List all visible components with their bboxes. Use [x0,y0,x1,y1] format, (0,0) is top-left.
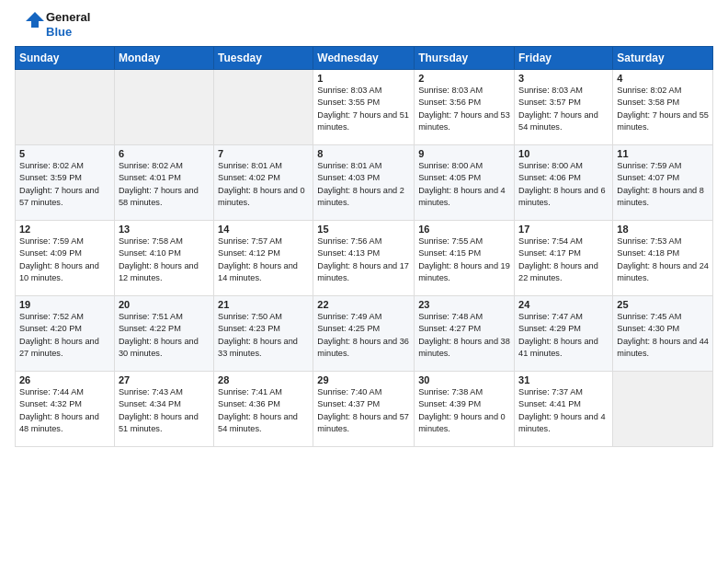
day-info: Sunrise: 7:53 AM Sunset: 4:18 PM Dayligh… [617,236,709,284]
day-number: 5 [19,148,110,159]
header-sunday: Sunday [16,47,115,70]
day-info: Sunrise: 8:03 AM Sunset: 3:56 PM Dayligh… [418,85,510,133]
svg-rect-0 [15,9,46,40]
day-number: 1 [317,73,410,84]
week-row-4: 19Sunrise: 7:52 AM Sunset: 4:20 PM Dayli… [16,296,713,372]
cell-w4-d6: 24Sunrise: 7:47 AM Sunset: 4:29 PM Dayli… [515,296,613,372]
day-number: 15 [317,224,410,235]
header-wednesday: Wednesday [313,47,415,70]
day-info: Sunrise: 7:55 AM Sunset: 4:15 PM Dayligh… [418,236,510,284]
week-row-1: 1Sunrise: 8:03 AM Sunset: 3:55 PM Daylig… [16,70,713,145]
day-info: Sunrise: 7:45 AM Sunset: 4:30 PM Dayligh… [617,311,709,360]
day-number: 22 [317,299,410,310]
cell-w3-d6: 17Sunrise: 7:54 AM Sunset: 4:17 PM Dayli… [515,221,613,296]
cell-w1-d5: 2Sunrise: 8:03 AM Sunset: 3:56 PM Daylig… [415,70,515,145]
cell-w4-d4: 22Sunrise: 7:49 AM Sunset: 4:25 PM Dayli… [313,296,415,372]
day-number: 4 [617,73,709,84]
day-number: 12 [19,224,110,235]
day-number: 2 [418,73,510,84]
day-info: Sunrise: 8:02 AM Sunset: 3:59 PM Dayligh… [19,160,110,209]
cell-w4-d5: 23Sunrise: 7:48 AM Sunset: 4:27 PM Dayli… [415,296,515,372]
day-number: 14 [218,224,309,235]
day-info: Sunrise: 8:02 AM Sunset: 4:01 PM Dayligh… [119,160,210,209]
day-info: Sunrise: 8:02 AM Sunset: 3:58 PM Dayligh… [617,85,709,133]
day-number: 27 [119,374,210,385]
header-saturday: Saturday [613,47,713,70]
day-number: 11 [617,148,709,159]
day-number: 8 [317,148,410,159]
day-info: Sunrise: 7:56 AM Sunset: 4:13 PM Dayligh… [317,236,410,284]
cell-w2-d2: 6Sunrise: 8:02 AM Sunset: 4:01 PM Daylig… [114,145,213,221]
day-number: 20 [119,299,210,310]
day-number: 25 [617,299,709,310]
cell-w1-d3 [214,70,313,145]
day-number: 24 [518,299,609,310]
cell-w2-d4: 8Sunrise: 8:01 AM Sunset: 4:03 PM Daylig… [313,145,415,221]
header-friday: Friday [515,47,613,70]
day-info: Sunrise: 8:03 AM Sunset: 3:57 PM Dayligh… [518,85,609,133]
page: General Blue SundayMondayTuesdayWednesda… [0,0,728,563]
cell-w1-d1 [16,70,115,145]
cell-w3-d4: 15Sunrise: 7:56 AM Sunset: 4:13 PM Dayli… [313,221,415,296]
calendar-header-row: SundayMondayTuesdayWednesdayThursdayFrid… [16,47,713,70]
cell-w5-d1: 26Sunrise: 7:44 AM Sunset: 4:32 PM Dayli… [16,372,115,447]
cell-w1-d4: 1Sunrise: 8:03 AM Sunset: 3:55 PM Daylig… [313,70,415,145]
week-row-5: 26Sunrise: 7:44 AM Sunset: 4:32 PM Dayli… [16,372,713,447]
day-info: Sunrise: 7:47 AM Sunset: 4:29 PM Dayligh… [518,311,609,360]
logo: General Blue [15,9,90,40]
cell-w1-d7: 4Sunrise: 8:02 AM Sunset: 3:58 PM Daylig… [613,70,713,145]
cell-w2-d5: 9Sunrise: 8:00 AM Sunset: 4:05 PM Daylig… [415,145,515,221]
day-number: 28 [218,374,309,385]
cell-w5-d2: 27Sunrise: 7:43 AM Sunset: 4:34 PM Dayli… [114,372,213,447]
day-info: Sunrise: 7:37 AM Sunset: 4:41 PM Dayligh… [518,386,609,435]
day-number: 17 [518,224,609,235]
cell-w5-d3: 28Sunrise: 7:41 AM Sunset: 4:36 PM Dayli… [214,372,313,447]
day-info: Sunrise: 7:54 AM Sunset: 4:17 PM Dayligh… [518,236,609,284]
day-info: Sunrise: 7:58 AM Sunset: 4:10 PM Dayligh… [119,236,210,284]
header-thursday: Thursday [415,47,515,70]
cell-w5-d5: 30Sunrise: 7:38 AM Sunset: 4:39 PM Dayli… [415,372,515,447]
day-number: 7 [218,148,309,159]
day-info: Sunrise: 7:43 AM Sunset: 4:34 PM Dayligh… [119,386,210,435]
day-number: 9 [418,148,510,159]
cell-w5-d4: 29Sunrise: 7:40 AM Sunset: 4:37 PM Dayli… [313,372,415,447]
day-info: Sunrise: 7:44 AM Sunset: 4:32 PM Dayligh… [19,386,110,435]
day-number: 13 [119,224,210,235]
cell-w3-d7: 18Sunrise: 7:53 AM Sunset: 4:18 PM Dayli… [613,221,713,296]
day-info: Sunrise: 7:49 AM Sunset: 4:25 PM Dayligh… [317,311,410,360]
day-info: Sunrise: 7:40 AM Sunset: 4:37 PM Dayligh… [317,386,410,435]
day-number: 21 [218,299,309,310]
day-number: 29 [317,374,410,385]
cell-w4-d2: 20Sunrise: 7:51 AM Sunset: 4:22 PM Dayli… [114,296,213,372]
cell-w4-d3: 21Sunrise: 7:50 AM Sunset: 4:23 PM Dayli… [214,296,313,372]
week-row-3: 12Sunrise: 7:59 AM Sunset: 4:09 PM Dayli… [16,221,713,296]
day-info: Sunrise: 8:03 AM Sunset: 3:55 PM Dayligh… [317,85,410,133]
day-info: Sunrise: 7:50 AM Sunset: 4:23 PM Dayligh… [218,311,309,360]
day-info: Sunrise: 7:57 AM Sunset: 4:12 PM Dayligh… [218,236,309,284]
day-info: Sunrise: 7:38 AM Sunset: 4:39 PM Dayligh… [418,386,510,435]
day-info: Sunrise: 7:52 AM Sunset: 4:20 PM Dayligh… [19,311,110,360]
cell-w1-d6: 3Sunrise: 8:03 AM Sunset: 3:57 PM Daylig… [515,70,613,145]
header-monday: Monday [114,47,213,70]
day-number: 10 [518,148,609,159]
day-number: 3 [518,73,609,84]
cell-w1-d2 [114,70,213,145]
day-number: 31 [518,374,609,385]
logo-blue: Blue [46,25,72,39]
day-number: 18 [617,224,709,235]
cell-w3-d1: 12Sunrise: 7:59 AM Sunset: 4:09 PM Dayli… [16,221,115,296]
day-info: Sunrise: 8:00 AM Sunset: 4:06 PM Dayligh… [518,160,609,209]
day-number: 23 [418,299,510,310]
cell-w2-d6: 10Sunrise: 8:00 AM Sunset: 4:06 PM Dayli… [515,145,613,221]
day-info: Sunrise: 8:01 AM Sunset: 4:02 PM Dayligh… [218,160,309,209]
day-info: Sunrise: 7:59 AM Sunset: 4:09 PM Dayligh… [19,236,110,284]
day-info: Sunrise: 7:41 AM Sunset: 4:36 PM Dayligh… [218,386,309,435]
header-tuesday: Tuesday [214,47,313,70]
cell-w2-d1: 5Sunrise: 8:02 AM Sunset: 3:59 PM Daylig… [16,145,115,221]
cell-w3-d5: 16Sunrise: 7:55 AM Sunset: 4:15 PM Dayli… [415,221,515,296]
cell-w2-d3: 7Sunrise: 8:01 AM Sunset: 4:02 PM Daylig… [214,145,313,221]
cell-w3-d2: 13Sunrise: 7:58 AM Sunset: 4:10 PM Dayli… [114,221,213,296]
week-row-2: 5Sunrise: 8:02 AM Sunset: 3:59 PM Daylig… [16,145,713,221]
day-info: Sunrise: 7:51 AM Sunset: 4:22 PM Dayligh… [119,311,210,360]
logo-general: General [46,10,90,24]
